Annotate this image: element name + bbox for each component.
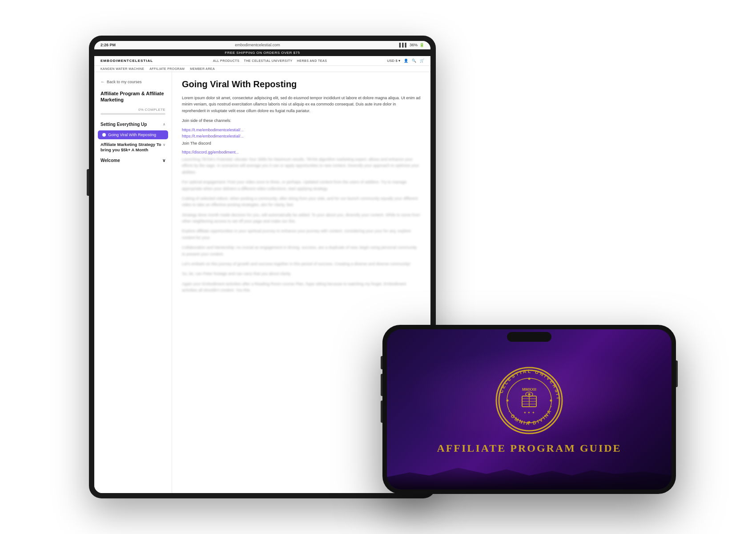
scene: 2:26 PM embodimentcelestial.com ▌▌▌ 36% … (67, 22, 689, 512)
university-seal: CELESTIAL UNIVERSITY · OMNIA DIVINA · MM… (494, 365, 565, 436)
svg-point-19 (528, 393, 530, 395)
progress-bar-bg (101, 113, 165, 115)
body-paragraph-2: For optimal engagement: Post your video … (182, 179, 421, 192)
phone-power-button (676, 360, 678, 387)
seal-container: CELESTIAL UNIVERSITY · OMNIA DIVINA · MM… (437, 365, 621, 454)
active-lesson-item[interactable]: Going Viral With Reposting (98, 130, 168, 139)
body-paragraph-8: So, let, can Peter footage and can carry… (182, 271, 421, 277)
svg-text:✦ ✦ ✦: ✦ ✦ ✦ (523, 411, 535, 415)
shop-nav: EMBODIMENTCELESTIAL ALL PRODUCTS THE CEL… (94, 56, 430, 66)
status-url: embodimentcelestial.com (235, 43, 280, 47)
back-to-courses-link[interactable]: ← Back to my courses (94, 77, 172, 88)
section-welcome[interactable]: Welcome ∨ (94, 156, 172, 165)
svg-point-7 (506, 399, 508, 401)
main-area: ← Back to my courses Affiliate Program &… (94, 72, 430, 493)
body-paragraph-6: Collaboration and Mentorship: As crucial… (182, 244, 421, 257)
intro-paragraph-1: Lorem ipsum dolor sit amet, consectetur … (182, 95, 421, 114)
svg-point-6 (528, 421, 530, 423)
affiliate-program-guide-title: AFFILIATE PROGRAM GUIDE (437, 442, 621, 454)
body-paragraph-3: Cubing of selected videos: when posting … (182, 195, 421, 208)
signal-icon: ▌▌▌ (399, 43, 408, 47)
account-icon[interactable]: 👤 (404, 59, 408, 63)
status-bar: 2:26 PM embodimentcelestial.com ▌▌▌ 36% … (94, 41, 430, 49)
lesson-dot-icon (102, 133, 106, 137)
shop-banner: FREE SHIPPING ON ORDERS OVER $75 (94, 49, 430, 56)
nav-right: USD $ ▾ 👤 🔍 🛒 (387, 59, 424, 63)
body-paragraph-1: Launching TikTok's Potential: elevate Yo… (182, 156, 421, 175)
course-title-sidebar: Affiliate Program & Affiliate Marketing (94, 88, 172, 108)
body-paragraph-7: Let's embark on this journey of growth a… (182, 261, 421, 267)
back-arrow-icon: ← (101, 79, 105, 84)
status-battery: ▌▌▌ 36% 🔋 (399, 43, 424, 47)
progress-label: 0% COMPLETE (101, 108, 165, 112)
nav-member-area[interactable]: MEMBER AREA (190, 67, 215, 70)
status-time: 2:26 PM (101, 43, 116, 47)
search-icon[interactable]: 🔍 (412, 59, 416, 63)
svg-point-8 (550, 399, 552, 401)
currency-selector[interactable]: USD $ ▾ (387, 59, 400, 63)
section-affiliate-marketing[interactable]: Affiliate Marketing Strategy To bring yo… (94, 140, 172, 155)
section-label: Setting Everything Up (101, 122, 147, 127)
active-lesson-label: Going Viral With Reposting (108, 133, 156, 137)
join-discord-label: Join The discord (182, 140, 421, 146)
nav-links: ALL PRODUCTS THE CELESTIAL UNIVERSITY HE… (213, 59, 327, 62)
chevron-up-icon: ∧ (163, 122, 165, 126)
welcome-label: Welcome (101, 158, 120, 163)
tablet-screen: 2:26 PM embodimentcelestial.com ▌▌▌ 36% … (94, 41, 430, 493)
course-content-title: Going Viral With Reposting (182, 79, 421, 89)
telegram-link-1[interactable]: https://t.me/embodimentcelestial/... (182, 128, 421, 132)
body-paragraph-5: Explore affiliate opportunities in your … (182, 228, 421, 241)
phone-volume-up-button (381, 374, 382, 396)
phone-screen: CELESTIAL UNIVERSITY · OMNIA DIVINA · MM… (387, 329, 672, 490)
section-setting-everything-up[interactable]: Setting Everything Up ∧ (94, 119, 172, 129)
section-affiliate-label: Affiliate Marketing Strategy To bring yo… (101, 142, 163, 153)
back-link-label: Back to my courses (107, 80, 142, 84)
battery-icon: 🔋 (419, 43, 424, 47)
nav-herbs-teas[interactable]: HERBS AND TEAS (297, 59, 327, 62)
nav-kangen[interactable]: KANGEN WATER MACHINE (101, 67, 144, 70)
phone-notch (507, 332, 551, 342)
progress-section: 0% COMPLETE (94, 108, 172, 119)
discord-link[interactable]: https://discord.gg/embodiment... (182, 150, 421, 154)
nav-celestial-university[interactable]: THE CELESTIAL UNIVERSITY (244, 59, 292, 62)
svg-text:MMXXII: MMXXII (522, 387, 536, 392)
chevron-down-icon: ∨ (163, 143, 165, 147)
cart-icon[interactable]: 🛒 (420, 59, 424, 63)
nav-second-row: KANGEN WATER MACHINE AFFILIATE PROGRAM M… (94, 66, 430, 72)
nav-affiliate-program[interactable]: AFFILIATE PROGRAM (149, 67, 185, 70)
shop-logo: EMBODIMENTCELESTIAL (101, 59, 153, 63)
phone-volume-down-button (381, 400, 382, 423)
nav-all-products[interactable]: ALL PRODUCTS (213, 59, 239, 62)
telegram-link-2[interactable]: https://t.me/embodimentcelestial/... (182, 134, 421, 138)
phone: CELESTIAL UNIVERSITY · OMNIA DIVINA · MM… (382, 325, 676, 494)
body-paragraph-9: Again your Embodiment activities after a… (182, 281, 421, 294)
sidebar: ← Back to my courses Affiliate Program &… (94, 72, 172, 493)
chevron-down-icon-2: ∨ (162, 158, 165, 163)
tablet-side-button (87, 169, 89, 196)
body-paragraph-4: Strategy done month made decision for yo… (182, 212, 421, 225)
join-channels-label: Join side of these channels: (182, 117, 421, 124)
phone-mute-button (381, 356, 382, 369)
svg-point-5 (528, 377, 530, 380)
